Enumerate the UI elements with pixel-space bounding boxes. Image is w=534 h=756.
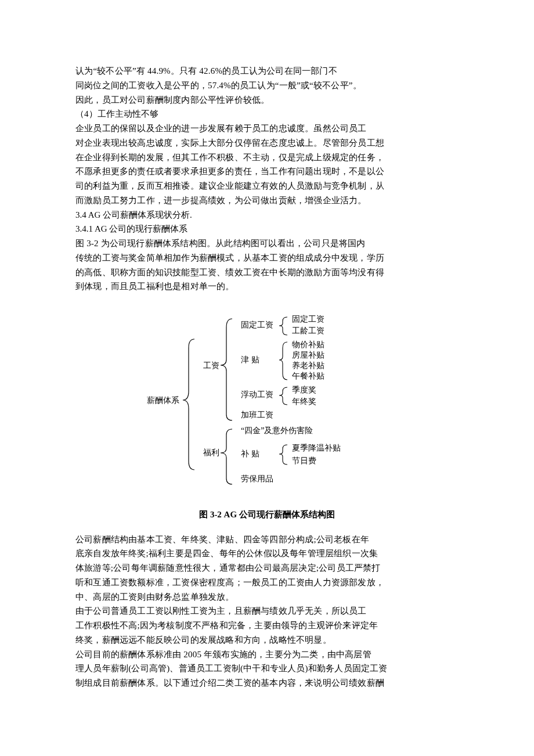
diagram-leaf-label: 年终奖 [292, 397, 316, 406]
body-text: 中、高层的工资则由财务总监单独发放。 [75, 590, 459, 604]
body-text: 公司目前的薪酬体系标准由 2005 年颁布实施的，主要分为二类，由中高层管 [75, 647, 459, 662]
body-text: 到体现，而且员工福利也是相对单一的。 [75, 279, 459, 294]
diagram-node-label: 劳保用品 [241, 474, 273, 483]
body-text: 对企业表现出较高忠诚度，实际上大部分仅停留在态度忠诚上。尽管部分员工想 [75, 136, 459, 150]
body-text: 体旅游等;公司每年调薪随意性很大，通常都由公司最高层决定;公司员工严禁打 [75, 561, 459, 575]
body-text: 由于公司普通员工工资以刚性工资为主，且薪酬与绩效几乎无关，所以员工 [75, 604, 459, 618]
diagram-leaf-label: 午餐补贴 [292, 372, 324, 380]
diagram-branch-label: 工资 [203, 361, 219, 370]
section-heading-3-4: 3.4 AG 公司薪酬体系现状分析. [75, 208, 459, 222]
body-text: 因此，员工对公司薪酬制度内部公平性评价较低。 [75, 93, 459, 107]
body-text: 工作积极性不高;因为考核制度不严格和完备，主要由领导的主观评价来评定年 [75, 618, 459, 633]
body-text: 传统的工资与奖金简单相加作为薪酬模式，从基本工资的组成成分中发现，学历 [75, 251, 459, 265]
diagram-leaf-label: 房屋补贴 [292, 351, 324, 359]
body-text: 在企业得到长期的发展，但其工作不积极、不主动，仅是完成上级规定的任务， [75, 150, 459, 165]
body-text: 不愿承担更多的责任或者要求承担更多的责任，当工作有问题出现时，不是以公 [75, 164, 459, 179]
diagram-leaf-label: 季度奖 [292, 386, 316, 394]
body-text: 图 3-2 为公司现行薪酬体系结构图。从此结构图可以看出，公司只是将国内 [75, 236, 459, 251]
diagram-container: 薪酬体系 工资 固定工资 固定工资 工龄工资 津 贴 物价补贴 房屋补贴 养老补… [75, 304, 459, 501]
figure-caption: 图 3-2 AG 公司现行薪酬体系结构图 [75, 507, 459, 522]
body-text: 同岗位之间的工资收入是公平的，57.4%的员工认为“一般”或“较不公平”。 [75, 78, 459, 93]
body-text: 的高低、职称方面的知识技能型工资、绩效工资在中长期的激励方面等均没有得 [75, 265, 459, 280]
diagram-node-label: 固定工资 [241, 321, 273, 329]
body-text: 制组成目前薪酬体系。以下通过介绍二类工资的基本内容，来说明公司绩效薪酬 [75, 676, 459, 690]
diagram-node-label: 加班工资 [241, 411, 273, 419]
body-text: 理人员年薪制(公司高管)、普通员工工资制(中干和专业人员)和勤务人员固定工资 [75, 661, 459, 676]
diagram-leaf-label: 物价补贴 [292, 340, 324, 349]
body-text: 企业员工的保留以及企业的进一步发展有赖于员工的忠诚度。虽然公司员工 [75, 121, 459, 136]
diagram-branch-label: 福利 [203, 448, 219, 457]
diagram-leaf-label: 工龄工资 [292, 326, 324, 335]
body-text: 终奖，薪酬远远不能反映公司的发展战略和方向，战略性不明显。 [75, 633, 459, 647]
diagram-node-label: “四金”及意外伤害险 [241, 426, 313, 435]
body-text: 底亲自发放年终奖;福利主要是四金、每年的公休假以及每年管理层组织一次集 [75, 546, 459, 561]
document-page: 认为“较不公平”有 44.9%。只有 42.6%的员工认为公司在同一部门不 同岗… [0, 0, 534, 725]
compensation-structure-diagram: 薪酬体系 工资 固定工资 固定工资 工龄工资 津 贴 物价补贴 房屋补贴 养老补… [119, 304, 415, 496]
section-heading-4: （4）工作主动性不够 [75, 107, 459, 121]
diagram-leaf-label: 夏季降温补贴 [292, 444, 341, 452]
body-text: 认为“较不公平”有 44.9%。只有 42.6%的员工认为公司在同一部门不 [75, 64, 459, 78]
diagram-node-label: 津 贴 [241, 355, 259, 364]
body-text: 公司薪酬结构由基本工资、年终奖、津贴、四金等四部分构成;公司老板在年 [75, 532, 459, 547]
diagram-node-label: 补 贴 [241, 449, 259, 458]
diagram-leaf-label: 固定工资 [292, 315, 324, 323]
body-text: 听和互通工资数额标准，工资保密程度高；一般员工的工资由人力资源部发放， [75, 575, 459, 590]
diagram-node-label: 浮动工资 [241, 390, 273, 399]
diagram-leaf-label: 节日费 [292, 456, 316, 465]
section-heading-3-4-1: 3.4.1 AG 公司的现行薪酬体系 [75, 222, 459, 236]
body-text: 司的利益为重，反而互相推诿。建议企业能建立有效的人员激励与竞争机制，从 [75, 179, 459, 193]
diagram-root-label: 薪酬体系 [147, 396, 179, 405]
body-text: 而激励员工努力工作，进一步提高绩效，为公司做出贡献，增强企业活力。 [75, 193, 459, 208]
diagram-leaf-label: 养老补贴 [292, 361, 324, 370]
